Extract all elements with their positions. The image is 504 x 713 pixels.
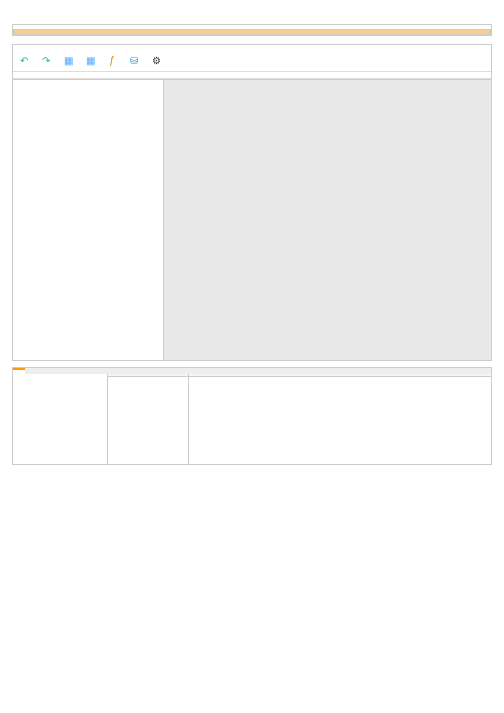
button-row bbox=[13, 72, 491, 79]
screenshot-2: ↶ ↷ ▦ ▦ ƒ ⛁ ⚙ bbox=[12, 44, 492, 361]
content-header bbox=[189, 374, 491, 377]
project-tree bbox=[13, 374, 108, 464]
content-area bbox=[189, 374, 491, 464]
back-icon[interactable]: ↶ bbox=[16, 52, 32, 68]
panel-header bbox=[14, 30, 490, 34]
settings-icon[interactable]: ⚙ bbox=[148, 52, 164, 68]
screenshot-1 bbox=[12, 24, 492, 36]
fx-icon[interactable]: ƒ bbox=[104, 52, 120, 68]
content-panel bbox=[164, 80, 491, 360]
screenshot-3 bbox=[12, 367, 492, 465]
db-icon[interactable]: ⛁ bbox=[126, 52, 142, 68]
toolbar-2: ↶ ↷ ▦ ▦ ƒ ⛁ ⚙ bbox=[13, 49, 491, 72]
name-header bbox=[108, 374, 188, 377]
forward-icon[interactable]: ↷ bbox=[38, 52, 54, 68]
conversion-panel bbox=[13, 29, 491, 35]
doc-icon-2[interactable]: ▦ bbox=[82, 52, 98, 68]
name-list bbox=[108, 374, 189, 464]
tree-panel bbox=[13, 80, 164, 360]
doc-icon[interactable]: ▦ bbox=[60, 52, 76, 68]
